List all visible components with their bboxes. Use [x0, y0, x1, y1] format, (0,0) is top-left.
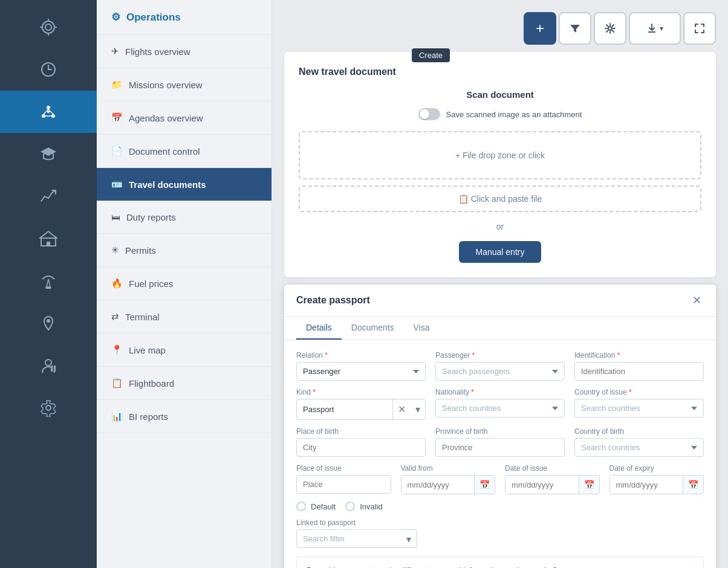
nav-item-permits[interactable]: ✳ Permits [97, 234, 271, 267]
create-button[interactable]: + [524, 12, 556, 45]
toolbar: + Create ▾ [284, 12, 716, 45]
nav-item-duty-reports[interactable]: 🛏 Duty reports [97, 201, 271, 234]
sidebar-icon-analytics[interactable] [0, 175, 97, 218]
svg-point-22 [45, 360, 51, 366]
invalid-label: Invalid [360, 502, 383, 511]
missions-nav-icon: 📁 [111, 79, 123, 90]
sidebar-icon-operations[interactable] [0, 6, 97, 48]
linked-passport-select-wrap[interactable]: Search filter [296, 529, 417, 548]
country-of-birth-select[interactable]: Search countries [574, 438, 704, 457]
kind-selector[interactable]: Passport ✕ ▾ [296, 399, 426, 420]
country-of-birth-label: Country of birth [574, 427, 704, 436]
agendas-nav-icon: 📅 [111, 112, 123, 123]
sidebar-icon-education[interactable] [0, 133, 97, 175]
modal-close-button[interactable]: ✕ [689, 293, 704, 308]
passenger-select[interactable]: Search passengers [435, 362, 565, 381]
checkbox-row: Default Invalid [296, 502, 704, 511]
nav-item-travel-docs[interactable]: 🪪 Travel documents [97, 168, 271, 201]
sidebar-icon-institution[interactable] [0, 218, 97, 260]
svg-rect-17 [47, 242, 50, 246]
nav-item-document-control[interactable]: 📄 Document control [97, 135, 271, 168]
svg-line-19 [48, 279, 50, 286]
country-of-issue-select[interactable]: Search countries [574, 399, 704, 418]
sidebar-icon-network[interactable] [0, 91, 97, 133]
sidebar-icon-location[interactable] [0, 302, 97, 344]
flights-nav-icon: ✈ [111, 46, 119, 57]
nav-item-bi-reports[interactable]: 📊 BI reports [97, 400, 271, 433]
sidebar-icon-parachute[interactable] [0, 260, 97, 302]
place-of-birth-input[interactable] [296, 438, 426, 457]
identification-group: Identification [574, 351, 704, 381]
nav-item-missions[interactable]: 📁 Missions overview [97, 68, 271, 102]
date-of-issue-input[interactable] [505, 476, 579, 494]
manual-entry-button[interactable]: Manual entry [459, 241, 542, 263]
valid-from-input-wrap[interactable]: 📅 [401, 475, 496, 494]
kind-clear-icon[interactable]: ✕ [392, 399, 411, 419]
relation-select[interactable]: Passenger [296, 362, 426, 381]
sidebar-icon-person[interactable] [0, 344, 97, 387]
nav-item-fuel[interactable]: 🔥 Fuel prices [97, 267, 271, 300]
date-of-issue-calendar-icon[interactable]: 📅 [579, 476, 599, 494]
nav-item-agendas-label: Agendas overview [129, 113, 203, 123]
identification-input[interactable] [574, 362, 704, 381]
invalid-radio[interactable] [345, 502, 355, 511]
date-of-expiry-calendar-icon[interactable]: 📅 [683, 476, 703, 494]
nav-item-agendas[interactable]: 📅 Agendas overview [97, 102, 271, 135]
date-of-expiry-group: Date of expiry 📅 [609, 464, 704, 494]
country-of-issue-group: Country of issue Search countries [574, 388, 704, 420]
tab-documents[interactable]: Documents [342, 317, 404, 340]
nav-item-operations[interactable]: ⚙ Operations [97, 0, 271, 35]
linked-passport-select[interactable]: Search filter [296, 529, 417, 548]
date-of-issue-input-wrap[interactable]: 📅 [505, 475, 600, 494]
gender-question-row[interactable]: Does this passport require different per… [296, 557, 704, 568]
or-divider: or [299, 222, 701, 231]
sidebar-icon-settings[interactable] [0, 387, 97, 429]
filter-button[interactable] [559, 12, 591, 45]
modal-tabs: Details Documents Visa [284, 317, 716, 340]
export-button[interactable]: ▾ [629, 12, 681, 45]
valid-from-calendar-icon[interactable]: 📅 [474, 476, 495, 494]
scan-save-toggle[interactable] [418, 108, 440, 120]
nav-item-operations-label: Operations [126, 11, 181, 24]
svg-point-26 [608, 27, 612, 30]
nav-item-terminal[interactable]: ⇄ Terminal [97, 300, 271, 334]
place-of-birth-label: Place of birth [296, 427, 426, 436]
travel-docs-nav-icon: 🪪 [111, 179, 123, 190]
paste-zone[interactable]: 📋 Click and paste file [299, 186, 701, 212]
nav-item-duty-label: Duty reports [126, 212, 176, 222]
default-radio[interactable] [296, 502, 306, 511]
default-checkbox-item[interactable]: Default [296, 502, 336, 511]
nav-item-permits-label: Permits [125, 245, 156, 256]
nav-item-live-map[interactable]: 📍 Live map [97, 334, 271, 367]
date-of-expiry-input-wrap[interactable]: 📅 [609, 475, 704, 494]
nav-item-doc-label: Document control [129, 146, 200, 157]
date-of-expiry-input[interactable] [610, 476, 683, 494]
svg-line-18 [47, 279, 48, 286]
linked-passport-label: Linked to passport [296, 518, 429, 527]
nav-item-bi-label: BI reports [129, 411, 168, 422]
relation-group: Relation Passenger [296, 351, 426, 381]
place-of-issue-input[interactable] [296, 475, 391, 494]
expand-button[interactable] [683, 12, 716, 45]
svg-marker-14 [41, 147, 56, 156]
province-of-birth-input[interactable] [435, 438, 565, 457]
file-drop-zone[interactable]: + File drop zone or click [299, 131, 701, 179]
tab-visa[interactable]: Visa [404, 317, 440, 340]
nav-item-flightboard[interactable]: 📋 Flightboard [97, 367, 271, 400]
settings-button[interactable] [594, 12, 626, 45]
nav-item-flights[interactable]: ✈ Flights overview [97, 35, 271, 68]
tab-details[interactable]: Details [296, 317, 342, 340]
kind-dropdown-icon[interactable]: ▾ [411, 399, 425, 419]
modal-header: Create passport ✕ [284, 285, 716, 317]
invalid-checkbox-item[interactable]: Invalid [345, 502, 383, 511]
sidebar-icon-history[interactable] [0, 48, 97, 91]
place-of-issue-label: Place of issue [296, 464, 391, 473]
valid-from-input[interactable] [401, 476, 475, 494]
nav-item-missions-label: Missions overview [129, 80, 203, 90]
nav-item-flightboard-label: Flightboard [129, 378, 174, 389]
form-row-2: Kind Passport ✕ ▾ Nationality Search cou… [296, 388, 704, 420]
scan-title: Scan document [299, 89, 701, 100]
svg-point-7 [47, 106, 50, 109]
paste-zone-text: 📋 Click and paste file [458, 194, 542, 204]
nationality-select[interactable]: Search countries [435, 399, 565, 418]
